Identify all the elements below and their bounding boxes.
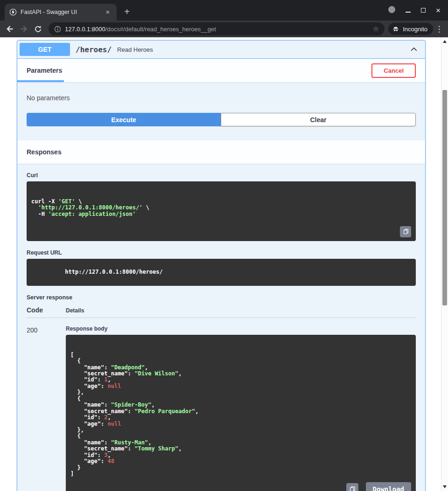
browser-chrome: FastAPI - Swagger UI × + × 127.0.0.1:800…: [0, 0, 448, 37]
request-url-block: http://127.0.0.1:8000/heroes/: [27, 259, 416, 286]
incognito-badge: Incognito: [388, 23, 433, 35]
curl-label: Curl: [27, 172, 416, 179]
no-parameters-text: No parameters: [27, 94, 70, 102]
collapse-chevron-up-icon[interactable]: [405, 45, 423, 54]
opblock-summary[interactable]: GET /heroes/ Read Heroes: [17, 41, 425, 59]
scrollbar-down-arrow[interactable]: [441, 484, 448, 490]
request-url-label: Request URL: [27, 249, 416, 256]
request-url-value: http://127.0.0.1:8000/heroes/: [65, 269, 163, 275]
scrollbar-thumb[interactable]: [442, 90, 447, 305]
responses-body: Curl curl -X 'GET' \ 'http://127.0.0.1:8…: [17, 164, 425, 491]
code-column-header: Code: [27, 306, 66, 314]
curl-command-block: curl -X 'GET' \ 'http://127.0.0.1:8000/h…: [27, 181, 416, 241]
details-column-header: Details: [66, 307, 84, 314]
bookmark-star-icon[interactable]: ☆: [373, 25, 379, 33]
tab-parameters: Parameters: [27, 67, 62, 74]
fastapi-favicon-icon: [9, 8, 17, 16]
endpoint-summary: Read Heroes: [117, 46, 153, 53]
browser-tab[interactable]: FastAPI - Swagger UI ×: [5, 4, 117, 21]
download-button[interactable]: Download: [366, 482, 411, 491]
url-host: 127.0.0.1:8000: [65, 26, 105, 33]
parameters-tab-indicator: [17, 80, 64, 82]
status-code: 200: [27, 325, 66, 491]
browser-toolbar: 127.0.0.1:8000/docs#/default/read_heroes…: [0, 21, 448, 37]
incognito-label: Incognito: [403, 26, 427, 33]
page-info-icon[interactable]: [54, 26, 61, 33]
execute-row: Execute Clear: [17, 113, 425, 140]
server-response-label: Server response: [27, 294, 416, 301]
address-bar[interactable]: 127.0.0.1:8000/docs#/default/read_heroes…: [49, 22, 385, 35]
http-method-badge: GET: [20, 43, 70, 56]
clear-button[interactable]: Clear: [221, 113, 416, 126]
response-body-label: Response body: [66, 325, 416, 332]
window-maximize-button[interactable]: [421, 6, 426, 14]
cancel-button[interactable]: Cancel: [371, 63, 416, 78]
curl-command-code: curl -X 'GET' \ 'http://127.0.0.1:8000/h…: [31, 199, 392, 217]
forward-button[interactable]: [17, 22, 31, 36]
copy-response-button[interactable]: [346, 483, 358, 491]
browser-update-icon[interactable]: [388, 6, 395, 15]
back-button[interactable]: [3, 22, 17, 36]
window-close-button[interactable]: ×: [436, 7, 441, 14]
endpoint-path: /heroes/: [76, 45, 112, 54]
page-scrollbar[interactable]: [441, 37, 448, 491]
reload-button[interactable]: [31, 22, 45, 36]
tab-title: FastAPI - Swagger UI: [21, 9, 100, 15]
execute-button[interactable]: Execute: [27, 113, 221, 126]
page-content: GET /heroes/ Read Heroes Parameters Canc…: [0, 37, 441, 491]
parameters-section-header: Parameters Cancel: [17, 59, 425, 82]
response-details: Response body [ { "name": "Deadpond", "s…: [66, 325, 416, 491]
response-body-json: [ { "name": "Deadpond", "secret_name": "…: [70, 352, 411, 477]
response-table-header: Code Details: [27, 306, 416, 318]
tab-strip: FastAPI - Swagger UI × + ×: [0, 0, 448, 21]
scrollbar-up-arrow[interactable]: [441, 38, 448, 45]
clipboard-icon: [349, 486, 356, 491]
response-row-200: 200 Response body [ { "name": "Deadpond"…: [27, 325, 416, 491]
clipboard-icon: [403, 228, 409, 235]
browser-menu-icon[interactable]: ⋮: [433, 24, 445, 34]
url-path: /docs#/default/read_heroes_heroes__get: [105, 26, 216, 33]
response-body-block: [ { "name": "Deadpond", "secret_name": "…: [66, 335, 416, 491]
copy-curl-button[interactable]: [400, 226, 411, 237]
parameters-body: No parameters: [17, 82, 425, 113]
incognito-spy-icon: [392, 25, 399, 33]
window-controls: ×: [381, 0, 448, 21]
response-body-controls: Download: [346, 482, 411, 491]
responses-section-header: Responses: [17, 140, 425, 164]
new-tab-button[interactable]: +: [120, 6, 133, 19]
responses-title: Responses: [27, 148, 62, 156]
window-minimize-button[interactable]: [406, 6, 411, 14]
tab-close-icon[interactable]: ×: [104, 8, 112, 16]
url-text[interactable]: 127.0.0.1:8000/docs#/default/read_heroes…: [65, 26, 369, 33]
opblock-get-heroes: GET /heroes/ Read Heroes Parameters Canc…: [17, 40, 426, 491]
swagger-ui: GET /heroes/ Read Heroes Parameters Canc…: [0, 37, 441, 491]
